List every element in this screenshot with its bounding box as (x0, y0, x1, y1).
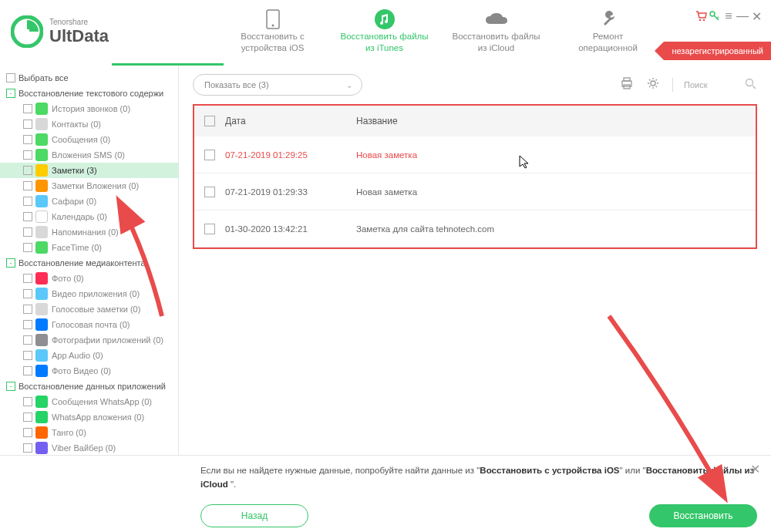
table-row[interactable]: 01-30-2020 13:42:21Заметка для сайта teh… (194, 210, 756, 247)
column-date: Дата (225, 116, 356, 126)
sidebar-item[interactable]: Контакты (0) (0, 116, 178, 132)
checkbox[interactable] (23, 428, 32, 437)
sidebar-item[interactable]: Заметки (3) (0, 163, 178, 178)
checkbox[interactable] (23, 397, 32, 406)
checkbox[interactable] (23, 120, 32, 129)
filter-dropdown[interactable]: Показать все (3) ⌄ (193, 74, 362, 96)
sidebar-item[interactable]: Танго (0) (0, 425, 178, 440)
expand-icon[interactable]: - (6, 258, 15, 268)
tab-itunes[interactable]: Восстановить файлы из iTunes (328, 0, 440, 54)
checkbox[interactable] (23, 197, 32, 206)
category-icon (35, 103, 48, 115)
unregistered-badge: незарегистрированный (664, 42, 771, 60)
checkbox[interactable] (23, 212, 32, 221)
gear-icon[interactable] (646, 76, 660, 93)
tab-device[interactable]: Восстановить с устройства iOS (217, 0, 328, 54)
svg-point-11 (651, 81, 655, 86)
checkbox[interactable] (23, 351, 32, 360)
checkbox[interactable] (204, 187, 215, 197)
sidebar-item[interactable]: Видео приложения (0) (0, 286, 178, 301)
tab-repair[interactable]: Ремонт операционной (552, 0, 664, 54)
expand-icon[interactable]: - (6, 89, 15, 98)
sidebar-item[interactable]: Viber Вайбер (0) (0, 440, 178, 455)
checkbox[interactable] (204, 150, 215, 160)
cloud-icon (484, 12, 509, 27)
sidebar-item[interactable]: Заметки Вложения (0) (0, 178, 178, 194)
checkbox[interactable] (23, 274, 32, 283)
sidebar-item[interactable]: Напоминания (0) (0, 224, 178, 240)
category-icon (35, 442, 48, 454)
chevron-down-icon: ⌄ (346, 81, 352, 89)
print-icon[interactable] (620, 76, 634, 93)
sidebar-group[interactable]: -Восстановление текстового содержи (0, 86, 178, 101)
sidebar-item[interactable]: Сообщения WhatsApp (0) (0, 394, 178, 409)
sidebar-item[interactable]: Вложения SMS (0) (0, 147, 178, 163)
search-input[interactable]: Поиск (672, 78, 757, 92)
checkbox[interactable] (23, 289, 32, 298)
checkbox[interactable] (6, 73, 15, 82)
svg-rect-1 (25, 29, 29, 34)
checkbox[interactable] (23, 227, 32, 237)
sidebar-group[interactable]: -Восстановление медиаконтента (0, 255, 178, 271)
svg-point-6 (703, 19, 705, 21)
sidebar-item[interactable]: Фото Видео (0) (0, 363, 178, 379)
svg-point-5 (699, 19, 701, 21)
checkbox[interactable] (23, 135, 32, 144)
category-icon (35, 349, 48, 362)
category-icon (35, 411, 48, 423)
checkbox[interactable] (204, 224, 215, 234)
category-icon (35, 118, 48, 130)
sidebar-item[interactable]: WhatsApp вложения (0) (0, 409, 178, 425)
category-icon (35, 241, 48, 254)
category-icon (35, 303, 48, 315)
minimize-button[interactable]: — (736, 9, 749, 23)
category-icon (35, 288, 48, 300)
checkbox[interactable] (23, 320, 32, 329)
sidebar-item[interactable]: App Audio (0) (0, 348, 178, 363)
sidebar-item[interactable]: Сообщения (0) (0, 132, 178, 147)
table-row[interactable]: 07-21-2019 01:29:33Новая заметка (194, 173, 756, 210)
category-icon (35, 226, 48, 238)
sidebar-item[interactable]: Фото (0) (0, 271, 178, 286)
sidebar-item[interactable]: Календарь (0) (0, 209, 178, 224)
category-icon (35, 365, 48, 377)
checkbox[interactable] (23, 150, 32, 160)
back-button[interactable]: Назад (200, 504, 308, 527)
checkbox[interactable] (23, 104, 32, 113)
tab-icloud[interactable]: Восстановить файлы из iCloud (440, 0, 552, 54)
data-table: Дата Название 07-21-2019 01:29:25Новая з… (193, 104, 757, 249)
checkbox[interactable] (23, 412, 32, 422)
expand-icon[interactable]: - (6, 382, 15, 391)
brand-big: UltData (49, 26, 109, 46)
checkbox[interactable] (23, 443, 32, 453)
svg-rect-9 (624, 78, 630, 81)
checkbox[interactable] (23, 166, 32, 175)
sidebar-item[interactable]: Голосовая почта (0) (0, 317, 178, 332)
checkbox[interactable] (23, 335, 32, 345)
close-hint-button[interactable]: ✕ (750, 462, 760, 476)
app-logo: Tenorshare UltData (0, 0, 109, 48)
category-icon (35, 426, 48, 439)
restore-button[interactable]: Восстановить (649, 504, 757, 527)
footer-hint: Если вы не найдете нужные данные, попроб… (200, 463, 757, 492)
sidebar[interactable]: Выбрать все -Восстановление текстового с… (0, 66, 179, 455)
key-icon[interactable] (708, 9, 722, 23)
menu-icon[interactable]: ≡ (722, 9, 736, 23)
checkbox-all[interactable] (204, 116, 215, 126)
sidebar-item[interactable]: Сафари (0) (0, 194, 178, 209)
sidebar-group[interactable]: -Восстановление данных приложений (0, 379, 178, 394)
sidebar-item[interactable]: FaceTime (0) (0, 240, 178, 255)
sidebar-select-all[interactable]: Выбрать все (0, 70, 178, 86)
sidebar-item[interactable]: Голосовые заметки (0) (0, 301, 178, 317)
checkbox[interactable] (23, 243, 32, 252)
cart-icon[interactable] (694, 9, 708, 23)
svg-point-4 (375, 9, 395, 29)
checkbox[interactable] (23, 181, 32, 190)
checkbox[interactable] (23, 366, 32, 375)
sidebar-item[interactable]: Фотографии приложений (0) (0, 332, 178, 348)
search-icon (745, 78, 757, 92)
table-row[interactable]: 07-21-2019 01:29:25Новая заметка (194, 136, 756, 173)
checkbox[interactable] (23, 305, 32, 314)
sidebar-item[interactable]: История звонков (0) (0, 101, 178, 116)
close-button[interactable]: ✕ (749, 9, 763, 23)
